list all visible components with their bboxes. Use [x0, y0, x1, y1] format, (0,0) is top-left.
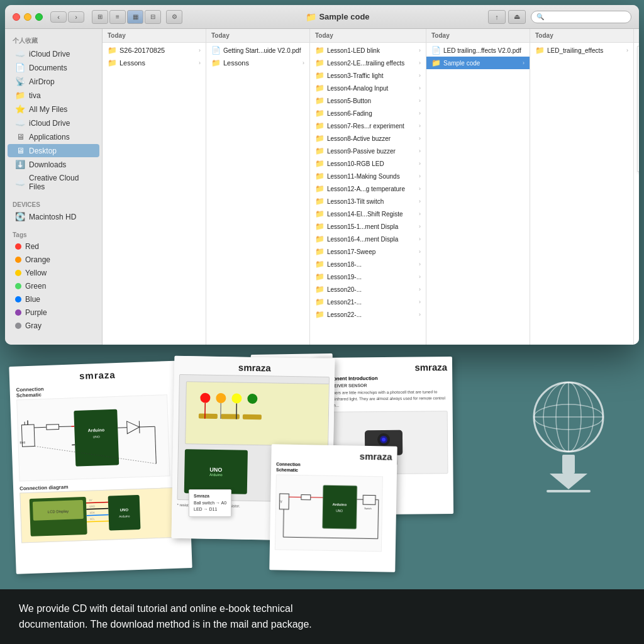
svg-rect-14: [47, 425, 59, 430]
file-item-sample-code[interactable]: 📁 Sample code ›: [426, 57, 530, 69]
file-label-l18: Lesson18-...: [327, 261, 362, 268]
sidebar-label-icloud: iCloud Drive: [29, 50, 70, 58]
file-item-l17[interactable]: 📁 Lesson17-Sweep ›: [310, 245, 426, 258]
minimize-button[interactable]: [24, 13, 31, 21]
file-item-l4[interactable]: 📁 Lesson4-Analog Input ›: [310, 82, 426, 94]
file-item-l12[interactable]: 📁 Lesson12-A...g temperature ›: [310, 182, 426, 195]
file-item-l7[interactable]: 📁 Lesson7-Res...r experiment ›: [310, 119, 426, 132]
svg-text:5V: 5V: [89, 498, 92, 501]
sidebar-item-icloud-drive[interactable]: ☁️ iCloud Drive: [8, 47, 99, 60]
eject-button[interactable]: ⏏: [508, 10, 526, 24]
arrow-l3: ›: [419, 72, 421, 79]
file-column-4: Today 📄 LED trailing...ffects V2.0.pdf 📁…: [426, 29, 530, 345]
action-buttons: ↑ ⏏: [488, 10, 526, 24]
file-item-l13[interactable]: 📁 Lesson13-Tilt switch ›: [310, 195, 426, 208]
all-files-icon: ⭐: [15, 104, 25, 114]
sidebar-label-macintosh: Macintosh HD: [29, 213, 76, 221]
maximize-button[interactable]: [35, 13, 43, 21]
arrow-lessons2: ›: [303, 60, 304, 66]
sidebar-item-macintosh-hd[interactable]: 💽 Macintosh HD: [8, 210, 99, 223]
icon-view-button[interactable]: ⊞: [92, 10, 108, 24]
folder-l2: 📁: [315, 58, 325, 67]
file-label-l9: Lesson9-Passive buzzer: [327, 148, 396, 155]
page1-brand: smraza: [16, 367, 179, 384]
sidebar-tag-orange[interactable]: Orange: [8, 253, 99, 266]
sidebar-label-documents: Documents: [29, 64, 67, 72]
file-label-effects: LED_trailing_effects: [547, 47, 603, 54]
svg-rect-63: [323, 485, 357, 529]
file-item-l16[interactable]: 📁 Lesson16-4...ment Displa ›: [310, 233, 426, 245]
sidebar-item-airdrop[interactable]: 📡 AirDrop: [8, 75, 99, 88]
sidebar-item-documents[interactable]: 📄 Documents: [8, 61, 99, 74]
sidebar-item-tiva[interactable]: 📁 tiva: [8, 89, 99, 102]
file-item-l14[interactable]: 📁 Lesson14-El...Shift Registe ›: [310, 208, 426, 220]
search-bar[interactable]: 🔍: [531, 11, 631, 23]
sidebar-tag-yellow[interactable]: Yellow: [8, 267, 99, 279]
sidebar-tag-purple[interactable]: Purple: [8, 306, 99, 319]
list-view-button[interactable]: ≡: [109, 10, 126, 24]
sidebar-tag-gray[interactable]: Gray: [8, 319, 99, 332]
svg-text:SCL: SCL: [90, 517, 96, 520]
sidebar-item-all-files[interactable]: ⭐ All My Files: [8, 103, 99, 116]
file-item-l5[interactable]: 📁 Lesson5-Button ›: [310, 94, 426, 107]
file-item-lessons1[interactable]: 📁 Lessons ›: [103, 57, 206, 69]
folder-l19: 📁: [315, 272, 325, 281]
file-item-l9[interactable]: 📁 Lesson9-Passive buzzer ›: [310, 145, 426, 157]
file-item-l6[interactable]: 📁 Lesson6-Fading ›: [310, 107, 426, 119]
sidebar-item-icloud2[interactable]: ☁️ iCloud Drive: [8, 116, 99, 130]
share-button[interactable]: ↑: [488, 10, 506, 24]
col-header-3: Today: [310, 29, 426, 43]
sidebar-section-devices: DEVICES: [5, 199, 102, 209]
file-item-l19[interactable]: 📁 Lesson19-... ›: [310, 270, 426, 283]
file-item-l22[interactable]: 📁 Lesson22-... ›: [310, 308, 426, 321]
back-button[interactable]: ‹: [50, 11, 67, 23]
sidebar-item-downloads[interactable]: ⬇️ Downloads: [8, 158, 99, 171]
svg-rect-34: [108, 495, 141, 531]
sidebar-tag-green[interactable]: Green: [8, 280, 99, 292]
sidebar-tag-red[interactable]: Red: [8, 240, 99, 253]
svg-rect-81: [547, 490, 591, 492]
file-item-l21[interactable]: 📁 Lesson21-... ›: [310, 296, 426, 308]
column-view-button[interactable]: ▦: [127, 10, 143, 24]
col-items-1: 📁 S26-20170825 › 📁 Lessons ›: [103, 43, 206, 345]
file-item-guide[interactable]: 📄 Getting Start...uide V2.0.pdf: [206, 44, 309, 57]
file-item-l1[interactable]: 📁 Lesson1-LED blink ›: [310, 44, 426, 57]
file-label-l13: Lesson13-Tilt switch: [327, 198, 384, 205]
file-label-l5: Lesson5-Button: [327, 97, 371, 104]
sidebar-tag-blue[interactable]: Blue: [8, 293, 99, 306]
file-item-l8[interactable]: 📁 Lesson8-Active buzzer ›: [310, 132, 426, 145]
gallery-view-button[interactable]: ⊟: [145, 10, 161, 24]
svg-text:UNO: UNO: [120, 508, 129, 511]
file-item-l11[interactable]: 📁 Lesson11-Making Sounds ›: [310, 170, 426, 182]
arrow-l9: ›: [419, 148, 421, 154]
forward-button[interactable]: ›: [68, 11, 84, 23]
tutorial-pages-area: smraza ConnectionSchematic Batt Arduino: [0, 351, 491, 590]
arrow-l4: ›: [419, 85, 421, 91]
svg-text:SDA: SDA: [89, 511, 95, 514]
schematic-svg: Batt Arduino UNO: [16, 394, 170, 481]
file-item-l18[interactable]: 📁 Lesson18-... ›: [310, 258, 426, 270]
svg-rect-47: [243, 414, 262, 420]
file-item-l3[interactable]: 📁 Lesson3-Traffic light ›: [310, 69, 426, 82]
preview-content: smraza Component Introduction IR RECEIVE…: [634, 43, 639, 345]
sort-button[interactable]: ⚙: [166, 10, 182, 24]
sidebar-item-desktop[interactable]: 🖥 Desktop: [8, 144, 99, 157]
arrow-lessons1: ›: [199, 60, 201, 66]
file-item-l2[interactable]: 📁 Lesson2-LE...trailing effects ›: [310, 57, 426, 69]
folder-l1: 📁: [315, 46, 325, 55]
file-item-s26[interactable]: 📁 S26-20170825 ›: [103, 44, 206, 57]
svg-line-31: [86, 509, 108, 509]
sidebar-item-applications[interactable]: 🖥 Applications: [8, 130, 99, 143]
file-item-l10[interactable]: 📁 Lesson10-RGB LED ›: [310, 157, 426, 170]
sidebar-item-creative-cloud[interactable]: ☁️ Creative Cloud Files: [8, 172, 99, 193]
file-item-lessons2[interactable]: 📁 Lessons ›: [206, 57, 309, 69]
file-item-led-effects[interactable]: 📁 LED_trailing_effects ›: [530, 44, 633, 57]
icloud2-icon: ☁️: [15, 118, 25, 128]
file-item-l15[interactable]: 📁 Lesson15-1...ment Displa ›: [310, 220, 426, 233]
file-label-sample: Sample code: [443, 60, 480, 67]
close-button[interactable]: [13, 13, 20, 21]
file-label-l11: Lesson11-Making Sounds: [327, 173, 400, 180]
file-item-l20[interactable]: 📁 Lesson20-... ›: [310, 283, 426, 296]
file-item-led-pdf[interactable]: 📄 LED trailing...ffects V2.0.pdf: [426, 44, 530, 57]
svg-text:Arduino: Arduino: [88, 428, 105, 433]
